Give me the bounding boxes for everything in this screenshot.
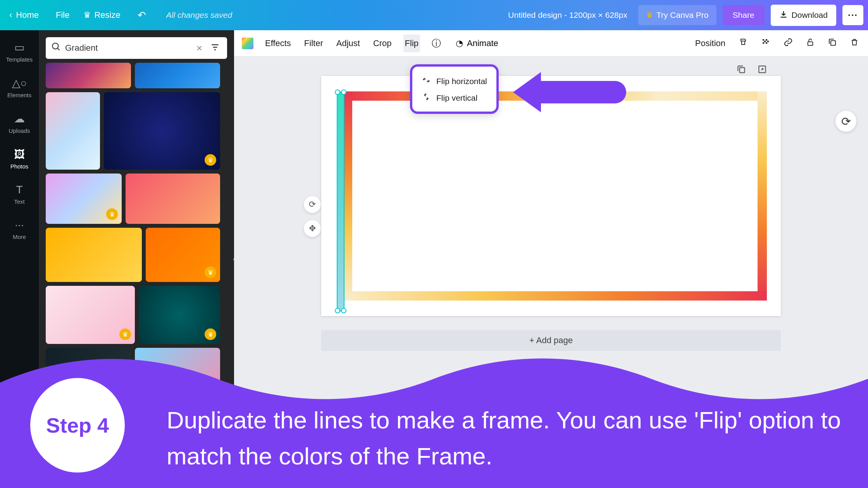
flip-dropdown: Flip horizontal Flip vertical xyxy=(410,64,499,114)
duplicate-icon[interactable] xyxy=(826,34,839,52)
resize-handle[interactable] xyxy=(341,308,346,313)
svg-rect-1 xyxy=(763,39,764,41)
resize-label: Resize xyxy=(94,10,120,20)
crown-icon: ♛ xyxy=(646,10,653,20)
gallery-thumb[interactable] xyxy=(126,174,220,224)
flip-horizontal-option[interactable]: Flip horizontal xyxy=(420,73,489,89)
premium-icon: ♛ xyxy=(119,328,131,340)
pro-label: Try Canva Pro xyxy=(656,10,709,20)
svg-rect-3 xyxy=(764,41,766,42)
search-input[interactable] xyxy=(65,43,190,53)
effects-button[interactable]: Effects xyxy=(264,34,293,52)
transparency-icon[interactable] xyxy=(760,34,772,52)
duplicate-page-icon[interactable] xyxy=(736,64,746,77)
flip-button[interactable]: Flip xyxy=(403,34,420,52)
elements-icon: △○ xyxy=(12,77,27,89)
rail-more[interactable]: ··· More xyxy=(0,213,39,248)
frame-line-bottom[interactable] xyxy=(343,291,767,301)
gallery-thumb[interactable]: ♛ xyxy=(104,92,220,170)
resize-handle[interactable] xyxy=(335,308,340,313)
home-button[interactable]: ‹ Home xyxy=(5,7,43,23)
undo-button[interactable]: ↶ xyxy=(133,6,151,24)
frame-line-right[interactable] xyxy=(758,91,767,301)
rail-text[interactable]: T Text xyxy=(0,177,39,213)
home-label: Home xyxy=(16,10,39,20)
svg-rect-7 xyxy=(808,42,813,45)
page-actions xyxy=(736,64,767,77)
canvas-scroll[interactable]: ⟳ ✥ ⟳ + Add page Fli xyxy=(234,57,868,488)
gallery-thumb[interactable]: ♛ xyxy=(46,174,122,224)
add-page-button[interactable]: + Add page xyxy=(321,330,781,351)
svg-point-0 xyxy=(52,43,58,49)
top-bar: ‹ Home File ♛ Resize ↶ All changes saved… xyxy=(0,0,868,30)
delete-icon[interactable] xyxy=(849,34,860,52)
info-icon[interactable]: ⓘ xyxy=(430,34,443,53)
filter-button[interactable]: Filter xyxy=(303,34,325,52)
animate-icon: ◔ xyxy=(456,38,463,48)
svg-rect-4 xyxy=(767,41,769,42)
animate-button[interactable]: ◔ Animate xyxy=(456,38,498,48)
flip-horizontal-icon xyxy=(422,76,431,86)
tool-rail: ▭ Templates △○ Elements ☁ Uploads 🖼 Phot… xyxy=(0,30,39,488)
more-icon: ··· xyxy=(15,219,24,231)
gallery-thumb[interactable] xyxy=(46,63,131,88)
sync-icon[interactable]: ⟳ xyxy=(304,196,321,213)
download-button[interactable]: Download xyxy=(771,5,836,26)
color-picker-button[interactable] xyxy=(242,38,253,49)
position-button[interactable]: Position xyxy=(694,34,727,52)
resize-handle[interactable] xyxy=(341,89,346,95)
rail-templates[interactable]: ▭ Templates xyxy=(0,35,39,70)
gallery-thumb[interactable] xyxy=(46,92,100,170)
premium-icon: ♛ xyxy=(205,328,216,340)
search-input-wrap: × xyxy=(46,37,227,59)
more-menu-button[interactable]: ··· xyxy=(842,5,863,25)
rail-photos[interactable]: 🖼 Photos xyxy=(0,142,39,177)
selected-element[interactable] xyxy=(337,91,344,311)
templates-icon: ▭ xyxy=(14,41,24,54)
floating-actions: ⟳ ✥ xyxy=(304,196,321,237)
open-page-icon[interactable] xyxy=(757,64,767,77)
resize-handle[interactable] xyxy=(335,89,340,95)
lock-icon[interactable] xyxy=(804,34,816,52)
try-pro-button[interactable]: ♛ Try Canva Pro xyxy=(638,5,716,25)
text-icon: T xyxy=(16,184,22,196)
share-button[interactable]: Share xyxy=(723,5,765,25)
svg-rect-8 xyxy=(831,41,835,45)
adjust-button[interactable]: Adjust xyxy=(335,34,362,52)
search-icon xyxy=(51,42,61,54)
flip-vertical-icon xyxy=(422,93,431,103)
photo-gallery: ♛ ♛ ♛ ♛ ♛ xyxy=(46,63,227,398)
canvas-area: Effects Filter Adjust Crop Flip ⓘ ◔ Anim… xyxy=(234,30,868,488)
uploads-icon: ☁ xyxy=(14,112,25,125)
flip-vertical-option[interactable]: Flip vertical xyxy=(420,89,489,106)
collapse-panel-button[interactable]: ‹ xyxy=(229,241,234,278)
crop-button[interactable]: Crop xyxy=(372,34,393,52)
link-icon[interactable] xyxy=(782,34,794,52)
document-title[interactable]: Untitled design - 1200px × 628px xyxy=(508,10,627,20)
premium-icon: ♛ xyxy=(106,208,118,220)
move-icon[interactable]: ✥ xyxy=(304,220,321,237)
photos-icon: 🖼 xyxy=(14,148,25,161)
refresh-button[interactable]: ⟳ xyxy=(835,111,856,132)
file-menu[interactable]: File xyxy=(54,7,71,23)
svg-rect-2 xyxy=(766,39,767,41)
annotation-arrow xyxy=(513,72,626,112)
gallery-thumb[interactable]: ♛ xyxy=(139,286,220,344)
rail-uploads[interactable]: ☁ Uploads xyxy=(0,106,39,142)
filter-icon[interactable] xyxy=(208,42,222,54)
gallery-thumb[interactable] xyxy=(135,63,220,88)
premium-icon: ♛ xyxy=(205,154,216,166)
clear-search-icon[interactable]: × xyxy=(194,42,205,54)
gallery-thumb[interactable] xyxy=(46,348,131,398)
rail-elements[interactable]: △○ Elements xyxy=(0,70,39,106)
gallery-thumb[interactable]: ♛ xyxy=(146,228,220,282)
gallery-thumb[interactable]: ♛ xyxy=(46,286,135,344)
gallery-thumb[interactable] xyxy=(46,228,142,282)
resize-button[interactable]: ♛ Resize xyxy=(82,7,122,23)
svg-rect-5 xyxy=(763,42,764,44)
side-panel: × ♛ ♛ ♛ ♛ ♛ ‹ xyxy=(39,30,234,488)
crown-icon: ♛ xyxy=(83,10,91,20)
copy-style-icon[interactable] xyxy=(737,34,749,52)
gallery-thumb[interactable] xyxy=(135,348,220,398)
save-status: All changes saved xyxy=(166,10,232,20)
